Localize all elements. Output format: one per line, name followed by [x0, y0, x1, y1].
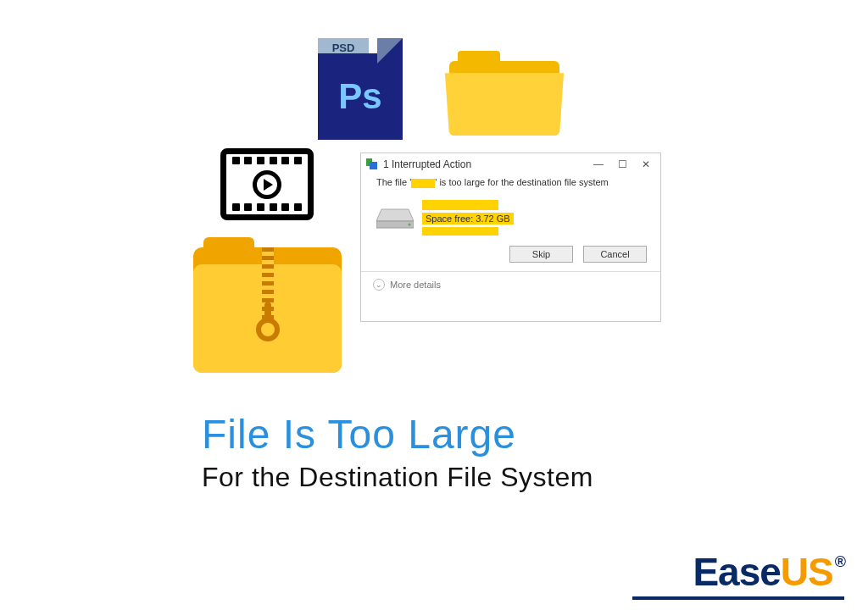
psd-file-icon: PSD Ps — [318, 38, 403, 140]
close-button[interactable]: ✕ — [640, 158, 652, 170]
more-details-toggle[interactable]: ⌄ More details — [361, 272, 660, 297]
headline-secondary: For the Destination File System — [202, 462, 593, 493]
skip-button[interactable]: Skip — [509, 246, 573, 263]
video-file-icon — [220, 148, 314, 220]
chevron-down-icon: ⌄ — [373, 279, 385, 291]
interrupted-action-dialog: 1 Interrupted Action — ☐ ✕ The file '' i… — [360, 152, 661, 322]
dialog-message: The file '' is too large for the destina… — [361, 175, 660, 195]
space-free-label: Space free: 3.72 GB — [422, 213, 514, 225]
zip-folder-icon — [193, 237, 342, 373]
svg-point-2 — [409, 223, 411, 225]
svg-rect-1 — [376, 221, 414, 228]
more-details-label: More details — [390, 280, 441, 290]
play-icon — [253, 170, 281, 199]
logo-underline — [632, 596, 844, 600]
dialog-titlebar[interactable]: 1 Interrupted Action — ☐ ✕ — [361, 153, 660, 175]
redacted-capacity-bar — [422, 227, 498, 236]
cancel-button[interactable]: Cancel — [583, 246, 647, 263]
headline-primary: File Is Too Large — [202, 411, 516, 458]
psd-ps-label: Ps — [318, 53, 403, 140]
redacted-drive-name — [422, 200, 498, 210]
open-folder-icon — [449, 47, 559, 136]
svg-marker-0 — [376, 209, 414, 221]
copy-icon — [366, 158, 378, 170]
dialog-title: 1 Interrupted Action — [383, 158, 593, 170]
easeus-logo: EaseUS® — [693, 549, 844, 595]
maximize-button[interactable]: ☐ — [616, 158, 628, 170]
drive-icon — [376, 206, 414, 230]
minimize-button[interactable]: — — [593, 158, 604, 170]
redacted-filename — [411, 179, 435, 188]
